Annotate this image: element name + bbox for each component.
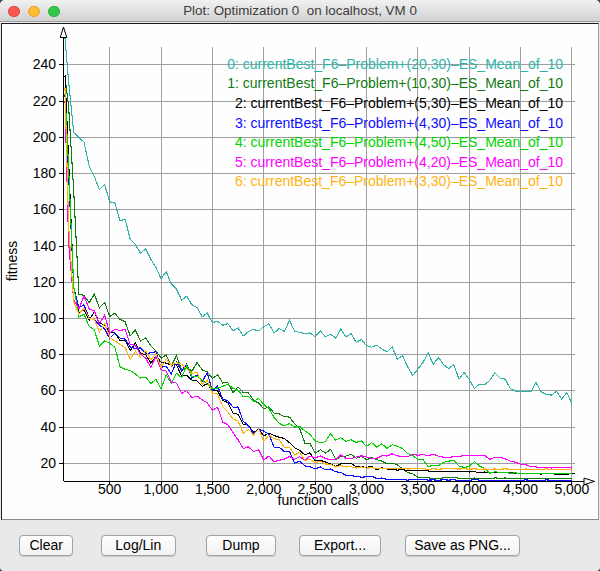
svg-text:2: currentBest_F6–Problem+(5,3: 2: currentBest_F6–Problem+(5,30)–ES_Mean… — [235, 95, 563, 111]
svg-text:60: 60 — [40, 382, 56, 398]
svg-text:function calls: function calls — [278, 492, 359, 508]
svg-text:160: 160 — [33, 201, 57, 217]
svg-text:4: currentBest_F6–Problem+(4,5: 4: currentBest_F6–Problem+(4,50)–ES_Mean… — [235, 134, 563, 150]
svg-text:180: 180 — [33, 165, 57, 181]
svg-text:4,000: 4,000 — [452, 481, 487, 497]
svg-text:2,000: 2,000 — [246, 481, 281, 497]
svg-text:40: 40 — [40, 419, 56, 435]
svg-text:80: 80 — [40, 346, 56, 362]
svg-text:3: currentBest_F6–Problem+(4,3: 3: currentBest_F6–Problem+(4,30)–ES_Mean… — [235, 115, 563, 131]
svg-text:220: 220 — [33, 93, 57, 109]
svg-text:3,500: 3,500 — [400, 481, 435, 497]
svg-text:fitness: fitness — [4, 241, 20, 281]
svg-text:100: 100 — [33, 310, 57, 326]
svg-text:240: 240 — [33, 56, 57, 72]
svg-text:140: 140 — [33, 238, 57, 254]
svg-text:20: 20 — [40, 455, 56, 471]
svg-text:1,500: 1,500 — [195, 481, 230, 497]
svg-text:1: currentBest_F6–Problem+(10,: 1: currentBest_F6–Problem+(10,30)–ES_Mea… — [227, 75, 563, 91]
svg-text:120: 120 — [33, 274, 57, 290]
svg-text:4,500: 4,500 — [503, 481, 538, 497]
svg-text:0: currentBest_F6–Problem+(20,: 0: currentBest_F6–Problem+(20,30)–ES_Mea… — [227, 56, 563, 72]
svg-text:6: currentBest_F6–Problem+(3,3: 6: currentBest_F6–Problem+(3,30)–ES_Mean… — [235, 173, 563, 189]
svg-text:5,000: 5,000 — [554, 481, 589, 497]
svg-text:200: 200 — [33, 129, 57, 145]
svg-text:5: currentBest_F6–Problem+(4,2: 5: currentBest_F6–Problem+(4,20)–ES_Mean… — [235, 154, 563, 170]
svg-text:1,000: 1,000 — [144, 481, 179, 497]
svg-text:500: 500 — [98, 481, 122, 497]
